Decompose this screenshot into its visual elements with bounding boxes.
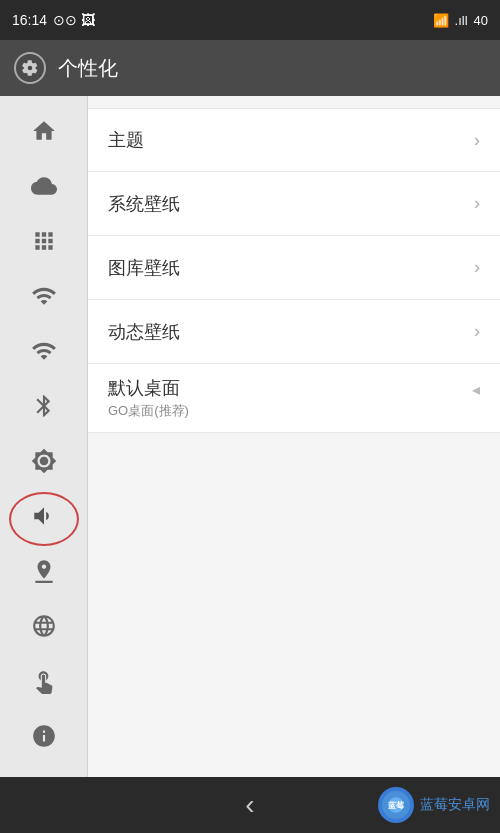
main-layout: 主题 › 系统壁纸 › 图库壁纸 › 动态壁纸 › 默认桌面 (0, 96, 500, 777)
sidebar-item-brightness[interactable] (0, 436, 87, 491)
status-right: 📶 .ıll 40 (433, 13, 488, 28)
watermark-site-text: 蓝莓安卓网 (420, 796, 490, 814)
menu-item-gallery-wallpaper-left: 图库壁纸 (108, 256, 180, 280)
page-title: 个性化 (58, 55, 118, 82)
wifi-status-icon: 📶 (433, 13, 449, 28)
svg-text:蓝莓: 蓝莓 (388, 801, 405, 810)
sidebar-item-apps[interactable] (0, 216, 87, 271)
wifi-icon (31, 338, 57, 370)
watermark-logo: 蓝莓 (378, 787, 414, 823)
sidebar-item-bluetooth[interactable] (0, 381, 87, 436)
menu-item-system-wallpaper-label: 系统壁纸 (108, 192, 180, 216)
signal-status-icon: .ıll (455, 13, 468, 28)
status-icons: ⊙⊙ 🖼 (53, 12, 95, 28)
location-icon (31, 558, 57, 590)
info-icon (31, 723, 57, 755)
menu-item-default-desktop-label: 默认桌面 (108, 376, 189, 400)
battery-status: 40 (474, 13, 488, 28)
menu-item-live-wallpaper-left: 动态壁纸 (108, 320, 180, 344)
home-icon (31, 118, 57, 150)
content-area: 主题 › 系统壁纸 › 图库壁纸 › 动态壁纸 › 默认桌面 (88, 96, 500, 777)
menu-item-default-desktop-sublabel: GO桌面(推荐) (108, 402, 189, 420)
language-icon (31, 613, 57, 645)
volume-icon (31, 503, 57, 535)
menu-item-system-wallpaper[interactable]: 系统壁纸 › (88, 172, 500, 236)
sidebar-item-cloud[interactable] (0, 161, 87, 216)
menu-item-theme-label: 主题 (108, 128, 144, 152)
menu-item-live-wallpaper[interactable]: 动态壁纸 › (88, 300, 500, 364)
status-bar: 16:14 ⊙⊙ 🖼 📶 .ıll 40 (0, 0, 500, 40)
gesture-icon (31, 668, 57, 700)
menu-item-gallery-wallpaper[interactable]: 图库壁纸 › (88, 236, 500, 300)
app-header: 个性化 (0, 40, 500, 96)
chevron-right-icon: › (474, 130, 480, 151)
sidebar-item-location[interactable] (0, 547, 87, 602)
sidebar-item-wifi[interactable] (0, 326, 87, 381)
chevron-right-icon-4: › (474, 321, 480, 342)
sidebar-item-gesture[interactable] (0, 657, 87, 712)
status-time: 16:14 (12, 12, 47, 28)
watermark: 蓝莓 蓝莓安卓网 (378, 787, 490, 823)
sidebar-item-language[interactable] (0, 602, 87, 657)
menu-item-theme-left: 主题 (108, 128, 144, 152)
back-button[interactable]: ‹ (245, 789, 254, 821)
menu-item-theme[interactable]: 主题 › (88, 108, 500, 172)
menu-item-gallery-wallpaper-label: 图库壁纸 (108, 256, 180, 280)
cloud-icon (31, 173, 57, 205)
menu-item-system-wallpaper-left: 系统壁纸 (108, 192, 180, 216)
header-gear-icon (14, 52, 46, 84)
menu-item-live-wallpaper-label: 动态壁纸 (108, 320, 180, 344)
bluetooth-icon (31, 393, 57, 425)
brightness-icon (31, 448, 57, 480)
sidebar-item-signal[interactable] (0, 271, 87, 326)
sidebar-item-home[interactable] (0, 106, 87, 161)
menu-item-default-desktop[interactable]: 默认桌面 GO桌面(推荐) ◂ (88, 364, 500, 433)
signal-icon (31, 283, 57, 315)
chevron-right-icon-2: › (474, 193, 480, 214)
menu-item-default-desktop-left: 默认桌面 GO桌面(推荐) (108, 376, 189, 420)
chevron-right-icon-3: › (474, 257, 480, 278)
chevron-right-icon-5: ◂ (472, 380, 480, 399)
sidebar-item-volume[interactable] (0, 492, 87, 547)
sidebar-item-info[interactable] (0, 712, 87, 767)
apps-icon (31, 228, 57, 260)
sidebar (0, 96, 88, 777)
status-left: 16:14 ⊙⊙ 🖼 (12, 12, 95, 28)
